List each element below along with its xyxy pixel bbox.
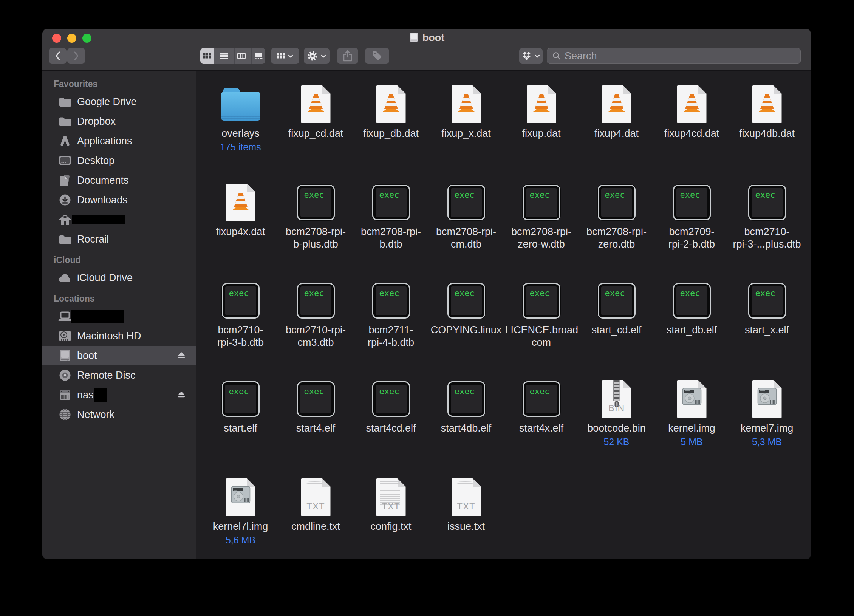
file-item[interactable]: exec bcm2710-rpi-cm3.dtb <box>278 278 353 376</box>
sidebar-item-label: Macintosh HD <box>77 330 141 342</box>
eject-button[interactable] <box>178 391 185 399</box>
vlc-document-icon <box>301 81 331 127</box>
file-size: 5,3 MB <box>752 436 782 447</box>
back-button[interactable] <box>49 48 67 64</box>
file-item[interactable]: overlays175 items <box>203 81 278 180</box>
file-name: bcm2711-rpi-4-b.dtb <box>368 324 414 349</box>
file-item[interactable]: exec bcm2710-rpi-3-...plus.dtb <box>729 180 804 278</box>
file-size: 5,6 MB <box>226 535 255 546</box>
file-item[interactable]: exec start4db.elf <box>429 376 504 474</box>
action-menu-button[interactable] <box>304 48 330 64</box>
title-bar[interactable]: boot <box>42 29 811 71</box>
share-button[interactable] <box>337 48 358 64</box>
file-name: fixup_x.dat <box>441 127 491 140</box>
search-input[interactable]: Search <box>547 48 801 64</box>
file-name: start.elf <box>224 422 257 435</box>
file-item[interactable]: exec start_db.elf <box>654 278 729 376</box>
file-type-badge: TXT <box>376 501 406 512</box>
exec-label: exec <box>676 188 707 217</box>
globe-icon <box>58 408 72 421</box>
file-item[interactable]: TXT issue.txt <box>429 474 504 559</box>
sidebar-item-applications[interactable]: Applications <box>42 131 196 151</box>
share-icon <box>342 50 354 62</box>
unix-executable-icon: exec <box>673 180 711 226</box>
disk-image-icon <box>677 376 707 422</box>
icon-view-button[interactable] <box>200 48 214 64</box>
eject-button[interactable] <box>178 352 185 360</box>
exec-label: exec <box>676 286 707 315</box>
file-item[interactable]: kernel7l.img5,6 MB <box>203 474 278 559</box>
unix-executable-icon: exec <box>523 376 560 422</box>
sidebar-item-documents[interactable]: Documents <box>42 170 196 190</box>
exec-label: exec <box>300 188 331 217</box>
exec-label: exec <box>376 286 407 315</box>
group-by-button[interactable] <box>271 48 299 64</box>
file-name: kernel7l.img <box>213 520 268 533</box>
unix-executable-icon: exec <box>372 376 410 422</box>
file-item[interactable]: exec bcm2708-rpi-zero.dtb <box>579 180 654 278</box>
sidebar-item-icloud-drive[interactable]: iCloud Drive <box>42 268 196 288</box>
file-item[interactable]: exec start4x.elf <box>504 376 579 474</box>
file-item[interactable]: kernel.img5 MB <box>654 376 729 474</box>
sidebar-item-google-drive[interactable]: Google Drive <box>42 92 196 111</box>
sidebar-item-macintosh-hd[interactable]: Macintosh HD <box>42 326 196 346</box>
dropbox-menu-button[interactable] <box>519 48 543 64</box>
dropbox-icon <box>522 51 532 60</box>
file-item[interactable]: exec LICENCE.broadcom <box>504 278 579 376</box>
file-name: bcm2709-rpi-2-b.dtb <box>668 226 715 251</box>
list-view-button[interactable] <box>217 48 231 64</box>
file-item[interactable]: exec start4cd.elf <box>353 376 429 474</box>
file-item[interactable]: fixup4x.dat <box>203 180 278 278</box>
file-item[interactable]: exec bcm2710-rpi-3-b.dtb <box>203 278 278 376</box>
tag-button[interactable] <box>365 48 389 64</box>
file-item[interactable]: exec start4.elf <box>278 376 353 474</box>
file-item[interactable]: TXT cmdline.txt <box>278 474 353 559</box>
file-item[interactable]: fixup4db.dat <box>729 81 804 180</box>
exec-label: exec <box>601 188 632 217</box>
redaction-bar <box>72 215 125 224</box>
forward-button[interactable] <box>67 48 85 64</box>
sidebar-item-network[interactable]: Network <box>42 405 196 424</box>
sidebar-item-rocrail[interactable]: Rocrail <box>42 229 196 249</box>
column-view-button[interactable] <box>234 48 248 64</box>
sidebar-item-label: nas <box>77 389 94 401</box>
text-document-icon: TXT <box>452 474 481 520</box>
sidebar-item-redacted[interactable] <box>42 306 196 326</box>
vlc-document-icon <box>376 81 406 127</box>
file-item[interactable]: exec bcm2709-rpi-2-b.dtb <box>654 180 729 278</box>
file-item[interactable]: exec COPYING.linux <box>429 278 504 376</box>
file-name: issue.txt <box>447 520 485 533</box>
laptop-icon <box>58 310 72 323</box>
file-item[interactable]: fixup_cd.dat <box>278 81 353 180</box>
file-item[interactable]: fixup4cd.dat <box>654 81 729 180</box>
chevron-down-icon <box>535 54 540 58</box>
file-item[interactable]: exec bcm2708-rpi-zero-w.dtb <box>504 180 579 278</box>
sidebar-item-label: Applications <box>77 135 132 147</box>
file-item[interactable]: fixup_db.dat <box>353 81 429 180</box>
gallery-view-button[interactable] <box>251 48 265 64</box>
file-item[interactable]: fixup4.dat <box>579 81 654 180</box>
sidebar-item-boot[interactable]: boot <box>42 346 196 365</box>
file-name: fixup4x.dat <box>216 226 265 238</box>
file-item[interactable]: exec bcm2711-rpi-4-b.dtb <box>353 278 429 376</box>
sidebar-item-remote-disc[interactable]: Remote Disc <box>42 365 196 385</box>
file-item[interactable]: kernel7.img5,3 MB <box>729 376 804 474</box>
file-item[interactable]: fixup.dat <box>504 81 579 180</box>
file-item[interactable]: exec bcm2708-rpi-b.dtb <box>353 180 429 278</box>
file-item[interactable]: exec start_x.elf <box>729 278 804 376</box>
file-item[interactable]: TXT config.txt <box>353 474 429 559</box>
file-item[interactable]: exec bcm2708-rpi-b-plus.dtb <box>278 180 353 278</box>
sidebar-item-label: Network <box>77 409 114 421</box>
file-item[interactable]: exec bcm2708-rpi-cm.dtb <box>429 180 504 278</box>
sidebar-item-downloads[interactable]: Downloads <box>42 190 196 210</box>
sidebar-item-nas[interactable]: nas <box>42 385 196 405</box>
unix-executable-icon: exec <box>598 278 636 324</box>
file-item[interactable]: BIN bootcode.bin52 KB <box>579 376 654 474</box>
sidebar-item-desktop[interactable]: Desktop <box>42 151 196 170</box>
sidebar-item-label: Remote Disc <box>77 370 136 381</box>
sidebar-item-redacted[interactable] <box>42 210 196 229</box>
file-item[interactable]: fixup_x.dat <box>429 81 504 180</box>
file-item[interactable]: exec start_cd.elf <box>579 278 654 376</box>
sidebar-item-dropbox[interactable]: Dropbox <box>42 111 196 131</box>
file-item[interactable]: exec start.elf <box>203 376 278 474</box>
